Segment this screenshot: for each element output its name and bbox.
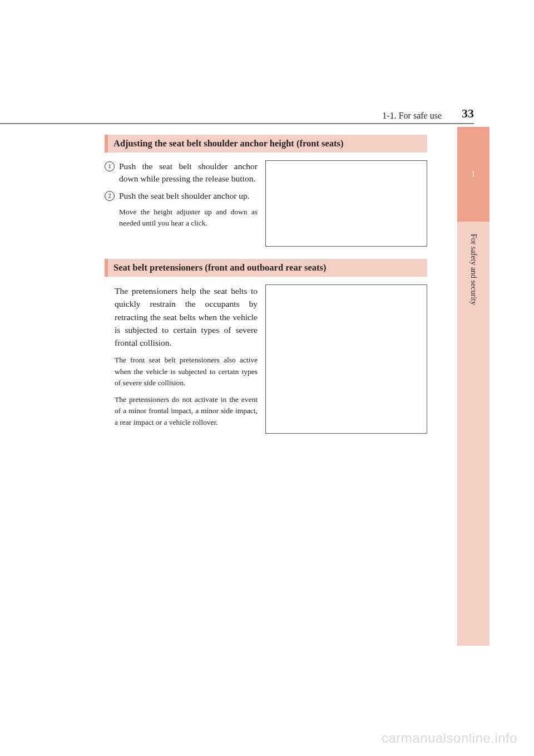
manual-page: 1-1. For safe use 33 1 For safety and se…	[0, 0, 534, 756]
section-heading-anchor: Adjusting the seat belt shoulder anchor …	[105, 135, 427, 153]
chapter-number: 1	[472, 170, 476, 179]
step-number-icon: 1	[105, 161, 115, 171]
step-text: Push the seat belt shoulder anchor up.	[119, 190, 258, 202]
section2: Seat belt pretensioners (front and outbo…	[105, 259, 427, 434]
content-area: Adjusting the seat belt shoulder anchor …	[105, 135, 427, 446]
section-heading-pretensioners: Seat belt pretensioners (front and outbo…	[105, 259, 427, 277]
figure-placeholder	[265, 160, 427, 247]
section2-body: The pretensioners help the seat belts to…	[105, 284, 427, 434]
step-item: 2 Push the seat belt shoulder anchor up.	[105, 190, 258, 202]
section2-note1: The front seat belt pretensioners also a…	[115, 355, 258, 389]
side-tab-chapter: 1	[457, 127, 490, 222]
chapter-title-text: For safety and security	[469, 234, 478, 305]
step-item: 1 Push the seat belt shoulder anchor dow…	[105, 160, 258, 185]
page-header: 1-1. For safe use 33	[0, 109, 474, 124]
side-chapter-title: For safety and security	[457, 234, 490, 345]
page-number: 33	[462, 106, 474, 121]
watermark-text: carmanualsonline.info	[382, 730, 517, 746]
section1-text-column: 1 Push the seat belt shoulder anchor dow…	[105, 160, 258, 247]
section1-note: Move the height adjuster up and down as …	[119, 207, 258, 228]
section2-paragraph: The pretensioners help the seat belts to…	[115, 284, 258, 349]
step-number-icon: 2	[105, 191, 115, 201]
step-text: Push the seat belt shoulder anchor down …	[119, 160, 258, 185]
header-section-label: 1-1. For safe use	[382, 111, 442, 121]
section2-note2: The pretensioners do not activate in the…	[115, 394, 258, 428]
section2-text-column: The pretensioners help the seat belts to…	[105, 284, 258, 434]
section1-body: 1 Push the seat belt shoulder anchor dow…	[105, 160, 427, 247]
figure-placeholder	[265, 284, 427, 434]
